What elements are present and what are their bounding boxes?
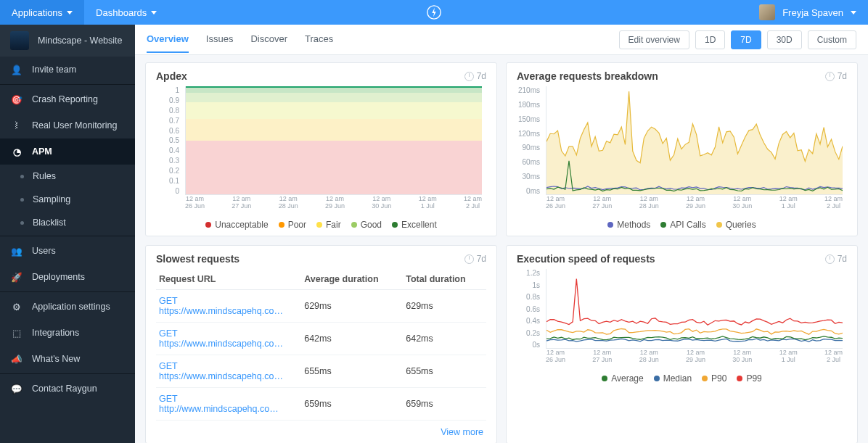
col-2: Total duration — [403, 269, 486, 290]
sidebar-item-what's-new[interactable]: 📣What's New — [0, 346, 135, 372]
request-link[interactable]: GET http://www.mindscapehq.co… — [159, 394, 279, 414]
clock-icon — [464, 72, 474, 81]
col-1: Average duration — [301, 269, 403, 290]
user-name: Freyja Spaven — [782, 7, 843, 18]
nav-applications[interactable]: Applications — [0, 0, 84, 25]
sidebar: Mindscape - Website 👤Invite team🎯Crash R… — [0, 25, 135, 443]
app-logo — [10, 31, 29, 50]
brand-bolt-icon — [426, 4, 442, 20]
avatar[interactable] — [759, 4, 775, 20]
clock-icon — [464, 254, 474, 264]
card-slowest-title: Slowest requests — [156, 253, 239, 265]
sidebar-item-label: Users — [32, 246, 56, 256]
main: OverviewIssuesDiscoverTraces Edit overvi… — [135, 25, 868, 443]
sidebar-item-label: Crash Reporting — [32, 94, 98, 104]
chat-icon: 💬 — [10, 382, 23, 395]
bullet-icon — [20, 198, 24, 202]
sidebar-item-invite-team[interactable]: 👤Invite team — [0, 57, 135, 83]
col-0: Request URL — [156, 269, 301, 290]
bullet-icon — [20, 175, 24, 178]
speed-legend: AverageMedianP90P99 — [517, 373, 847, 384]
tab-issues[interactable]: Issues — [206, 26, 234, 53]
sidebar-item-blacklist[interactable]: Blacklist — [0, 211, 135, 234]
gauge-icon: ◔ — [10, 145, 23, 158]
sidebar-item-users[interactable]: 👥Users — [0, 238, 135, 264]
target-icon: 🎯 — [10, 93, 23, 106]
breakdown-legend: MethodsAPI CallsQueries — [517, 220, 847, 230]
sidebar-item-label: Real User Monitoring — [32, 120, 117, 131]
bullet-icon — [20, 221, 24, 225]
card-breakdown-title: Average requests breakdown — [517, 70, 658, 82]
table-row[interactable]: GET http://www.mindscapehq.co…659ms659ms — [156, 388, 486, 421]
megaphone-icon: 📣 — [10, 352, 23, 365]
sidebar-item-contact-raygun[interactable]: 💬Contact Raygun — [0, 376, 135, 402]
sidebar-app-name: Mindscape - Website — [38, 36, 123, 46]
sidebar-item-sampling[interactable]: Sampling — [0, 188, 135, 211]
sidebar-item-label: Invite team — [32, 65, 76, 75]
range-1d[interactable]: 1D — [695, 30, 725, 49]
sidebar-app[interactable]: Mindscape - Website — [0, 25, 135, 57]
rocket-icon: 🚀 — [10, 270, 23, 283]
speed-chart[interactable]: 1.2s1s0.8s0.6s0.4s0.2s0s 12 am26 Jun12 a… — [517, 269, 847, 363]
tab-traces[interactable]: Traces — [305, 26, 333, 53]
gear-icon: ⚙ — [10, 300, 23, 313]
sidebar-item-application-settings[interactable]: ⚙Application settings — [0, 294, 135, 320]
sidebar-item-label: Integrations — [32, 328, 79, 338]
sidebar-item-label: Sampling — [33, 194, 70, 204]
table-row[interactable]: GET https://www.mindscapehq.co…629ms629m… — [156, 290, 486, 323]
card-speed-title: Execution speed of requests — [517, 253, 655, 265]
card-speed-badge: 7d — [825, 254, 847, 264]
sidebar-item-label: APM — [32, 146, 52, 157]
nav-dashboards[interactable]: Dashboards — [84, 0, 168, 25]
puzzle-icon: ⬚ — [10, 326, 23, 339]
view-more-link[interactable]: View more — [441, 427, 483, 437]
subnav: OverviewIssuesDiscoverTraces Edit overvi… — [135, 25, 868, 55]
range-custom[interactable]: Custom — [808, 30, 856, 49]
clock-icon — [825, 72, 835, 81]
card-apdex-badge: 7d — [464, 71, 486, 81]
slowest-table: Request URLAverage durationTotal duratio… — [156, 269, 486, 421]
chevron-down-icon — [67, 11, 73, 15]
clock-icon — [825, 254, 835, 264]
request-link[interactable]: GET https://www.mindscapehq.co… — [159, 328, 283, 349]
breakdown-chart[interactable]: 210ms180ms150ms120ms90ms60ms30ms0ms 12 a… — [517, 86, 847, 210]
card-speed: Execution speed of requests 7d 1.2s1s0.8… — [506, 245, 858, 443]
sidebar-item-rules[interactable]: Rules — [0, 165, 135, 188]
range-30d[interactable]: 30D — [767, 30, 802, 49]
nav-dashboards-label: Dashboards — [96, 7, 147, 18]
request-link[interactable]: GET https://www.mindscapehq.co… — [159, 361, 283, 381]
card-apdex-title: Apdex — [156, 70, 187, 82]
apdex-legend: UnacceptablePoorFairGoodExcellent — [156, 220, 486, 230]
card-breakdown: Average requests breakdown 7d 210ms180ms… — [506, 62, 858, 236]
sidebar-item-integrations[interactable]: ⬚Integrations — [0, 320, 135, 346]
sidebar-item-deployments[interactable]: 🚀Deployments — [0, 264, 135, 290]
card-breakdown-badge: 7d — [825, 71, 847, 81]
sidebar-item-apm[interactable]: ◔APM — [0, 138, 135, 165]
range-7d[interactable]: 7D — [731, 30, 761, 49]
card-apdex: Apdex 7d 10.90.80.70.60.50.40.30.20.10 1… — [145, 62, 497, 236]
sidebar-item-label: Rules — [33, 171, 56, 181]
pulse-icon: ⧘ — [10, 119, 23, 132]
card-slowest: Slowest requests 7d Request URLAverage d… — [145, 245, 497, 443]
edit-overview-button[interactable]: Edit overview — [619, 30, 689, 49]
user-plus-icon: 👤 — [10, 63, 23, 76]
tab-discover[interactable]: Discover — [250, 26, 287, 53]
table-row[interactable]: GET https://www.mindscapehq.co…642ms642m… — [156, 323, 486, 355]
table-row[interactable]: GET https://www.mindscapehq.co…655ms655m… — [156, 355, 486, 388]
sidebar-item-crash-reporting[interactable]: 🎯Crash Reporting — [0, 86, 135, 112]
sidebar-item-label: Blacklist — [33, 218, 66, 228]
sidebar-item-label: What's New — [32, 354, 80, 364]
chevron-down-icon[interactable] — [851, 11, 856, 15]
sidebar-item-real-user-monitoring[interactable]: ⧘Real User Monitoring — [0, 112, 135, 138]
apdex-chart[interactable]: 10.90.80.70.60.50.40.30.20.10 12 am26 Ju… — [156, 86, 486, 210]
chevron-down-icon — [151, 11, 157, 15]
sidebar-item-label: Contact Raygun — [32, 384, 97, 394]
request-link[interactable]: GET https://www.mindscapehq.co… — [159, 296, 283, 316]
topbar: Applications Dashboards Freyja Spaven — [0, 0, 868, 25]
nav-applications-label: Applications — [12, 7, 62, 18]
sidebar-item-label: Deployments — [32, 272, 85, 282]
card-slowest-badge: 7d — [464, 254, 486, 264]
sidebar-item-label: Application settings — [32, 302, 110, 312]
tab-overview[interactable]: Overview — [147, 26, 189, 53]
users-icon: 👥 — [10, 244, 23, 257]
